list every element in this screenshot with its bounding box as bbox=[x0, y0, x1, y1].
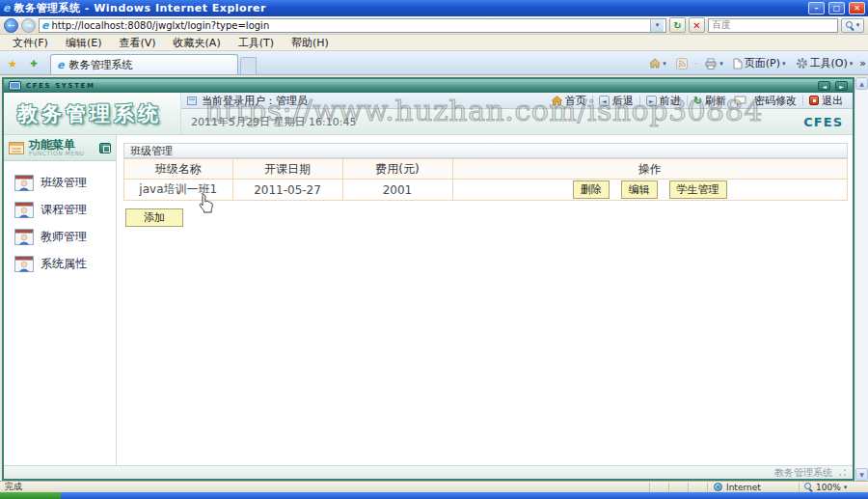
sidebar: 功能菜单 FUNCTION MENU 班级管理 课程管理 bbox=[4, 135, 117, 465]
add-button[interactable]: 添加 bbox=[125, 208, 183, 227]
forward-icon: ► bbox=[646, 96, 657, 106]
back-icon: ◄ bbox=[599, 96, 610, 106]
page-menu-button[interactable]: 页面(P) ▾ bbox=[730, 55, 789, 71]
speech-bubble-icon bbox=[734, 96, 746, 106]
zoom-level: 100% bbox=[816, 483, 841, 492]
nav-logout-label: 退出 bbox=[822, 94, 843, 108]
close-button[interactable]: ✕ bbox=[849, 2, 865, 14]
class-table: 班级名称 开课日期 费用(元) 操作 java培训一班1 2011-05-27 … bbox=[123, 158, 848, 201]
status-separator bbox=[649, 483, 668, 492]
tools-menu-label: 工具(O) bbox=[810, 56, 848, 70]
zoom-control[interactable]: 100% ▾ bbox=[799, 483, 868, 492]
zone-label: Internet bbox=[726, 483, 761, 492]
menu-file[interactable]: 文件(F) bbox=[4, 36, 57, 50]
nav-change-password-label: 密码修改 bbox=[754, 94, 797, 108]
edit-button[interactable]: 编辑 bbox=[621, 180, 658, 199]
tab-ie-icon: e bbox=[57, 60, 64, 70]
tab-title: 教务管理系统 bbox=[68, 58, 132, 72]
menu-edit[interactable]: 编辑(E) bbox=[57, 36, 111, 50]
scroll-up-icon[interactable]: ▲ bbox=[855, 77, 868, 90]
start-button-fragment[interactable] bbox=[0, 492, 61, 499]
menu-help[interactable]: 帮助(H) bbox=[283, 36, 338, 50]
brand-label: CFES bbox=[803, 115, 843, 129]
vertical-scrollbar[interactable]: ▲ ▼ bbox=[854, 77, 868, 481]
main-content: 班级管理 班级名称 开课日期 费用(元) 操作 java培训一班1 2011-0… bbox=[117, 135, 853, 465]
nav-logout[interactable]: 退出 bbox=[805, 94, 847, 108]
sidebar-subtitle: FUNCTION MENU bbox=[29, 151, 95, 156]
home-dropdown-icon[interactable]: ▾ bbox=[663, 60, 666, 68]
col-actions: 操作 bbox=[452, 159, 848, 180]
minimize-button[interactable]: – bbox=[808, 2, 825, 14]
feed-button[interactable] bbox=[673, 57, 691, 70]
search-input[interactable]: 百度 bbox=[708, 18, 838, 33]
web-page: CFES SYSTEM ◄ ► 教务管理系统 当前登录用户：管理员 首页 bbox=[2, 77, 854, 481]
security-zone: Internet bbox=[707, 483, 799, 492]
search-dropdown-icon[interactable]: ▾ bbox=[856, 21, 860, 29]
refresh-button[interactable]: ↻ bbox=[669, 17, 686, 33]
home-button[interactable]: ▾ bbox=[646, 57, 669, 69]
sidebar-item-course-management[interactable]: 课程管理 bbox=[4, 200, 116, 219]
home-icon bbox=[649, 58, 661, 69]
sidebar-collapse-icon[interactable] bbox=[99, 143, 111, 153]
window-mini-icon bbox=[187, 97, 197, 105]
sidebar-item-class-management[interactable]: 班级管理 bbox=[4, 173, 116, 192]
status-separator bbox=[668, 483, 688, 492]
col-class-name: 班级名称 bbox=[124, 159, 233, 180]
nav-change-password[interactable]: 密码修改 bbox=[750, 94, 800, 108]
monitor-icon bbox=[9, 81, 21, 91]
footer-label: 教务管理系统 bbox=[774, 466, 832, 480]
add-favorite-icon[interactable]: ✚ bbox=[23, 54, 44, 73]
tools-dropdown-icon: ▾ bbox=[850, 60, 854, 68]
browser-forward-button[interactable]: → bbox=[21, 18, 36, 33]
maximize-button[interactable]: □ bbox=[828, 2, 845, 14]
nav-home[interactable]: 首页 bbox=[548, 94, 590, 108]
sidebar-item-system-properties[interactable]: 系统属性 bbox=[4, 254, 116, 273]
favorites-icon[interactable]: ★ bbox=[2, 54, 23, 73]
col-fee: 费用(元) bbox=[342, 159, 452, 180]
search-button[interactable]: ▾ bbox=[841, 18, 864, 33]
user-card-icon bbox=[14, 202, 34, 218]
nav-refresh[interactable]: ↻ 刷新 bbox=[690, 94, 730, 108]
header-nav: 首页 ◄ 后退 ► 前进 bbox=[548, 94, 847, 108]
nav-forward[interactable]: ► 前进 bbox=[642, 94, 685, 108]
browser-back-button[interactable]: ← bbox=[4, 18, 18, 33]
address-dropdown[interactable]: ▾ bbox=[650, 19, 664, 32]
stop-button[interactable]: ✕ bbox=[689, 17, 705, 33]
student-management-button[interactable]: 学生管理 bbox=[669, 180, 727, 199]
address-input[interactable]: e http://localhost:8080/jwglxt/login?typ… bbox=[39, 18, 666, 33]
globe-icon bbox=[714, 483, 722, 491]
menu-favorites[interactable]: 收藏夹(A) bbox=[165, 36, 230, 50]
zoom-dropdown-icon[interactable]: ▾ bbox=[844, 484, 848, 491]
nav-message[interactable] bbox=[730, 96, 750, 106]
scroll-right-icon[interactable]: ► bbox=[835, 81, 848, 91]
scroll-left-icon[interactable]: ◄ bbox=[818, 81, 830, 91]
print-dropdown-icon[interactable]: ▾ bbox=[719, 60, 723, 68]
nav-divider bbox=[639, 96, 640, 106]
toolbar-overflow-icon[interactable]: » bbox=[859, 57, 866, 69]
sidebar-item-teacher-management[interactable]: 教师管理 bbox=[4, 227, 116, 246]
delete-button[interactable]: 删除 bbox=[573, 180, 610, 199]
page-body: 功能菜单 FUNCTION MENU 班级管理 课程管理 bbox=[4, 135, 853, 465]
tools-menu-button[interactable]: 工具(O) ▾ bbox=[793, 55, 856, 71]
print-button[interactable]: ▾ bbox=[701, 57, 726, 70]
user-card-icon bbox=[14, 229, 34, 245]
cell-actions: 删除 编辑 学生管理 bbox=[452, 180, 848, 201]
sidebar-header: 功能菜单 FUNCTION MENU bbox=[4, 135, 116, 161]
scroll-down-icon[interactable]: ▼ bbox=[855, 468, 868, 481]
window-titlebar: e 教务管理系统 - Windows Internet Explorer – □… bbox=[0, 0, 868, 16]
new-tab-stub[interactable] bbox=[240, 57, 257, 74]
status-separator bbox=[688, 483, 707, 492]
browser-window: e 教务管理系统 - Windows Internet Explorer – □… bbox=[0, 0, 868, 499]
gear-icon bbox=[796, 57, 808, 69]
menu-tools[interactable]: 工具(T) bbox=[230, 36, 283, 50]
page-menu-label: 页面(P) bbox=[745, 56, 780, 70]
refresh-icon: ↻ bbox=[693, 95, 702, 107]
tab-active[interactable]: e 教务管理系统 bbox=[50, 54, 238, 74]
table-header-row: 班级名称 开课日期 费用(元) 操作 bbox=[124, 159, 848, 180]
user-status-bar: 当前登录用户：管理员 首页 ◄ 后退 bbox=[181, 93, 853, 109]
sidebar-item-label: 班级管理 bbox=[41, 175, 87, 191]
cell-start-date: 2011-05-27 bbox=[232, 180, 342, 201]
menu-view[interactable]: 查看(V) bbox=[110, 36, 164, 50]
nav-back[interactable]: ◄ 后退 bbox=[595, 94, 637, 108]
system-title-bar: CFES SYSTEM ◄ ► bbox=[4, 79, 853, 93]
